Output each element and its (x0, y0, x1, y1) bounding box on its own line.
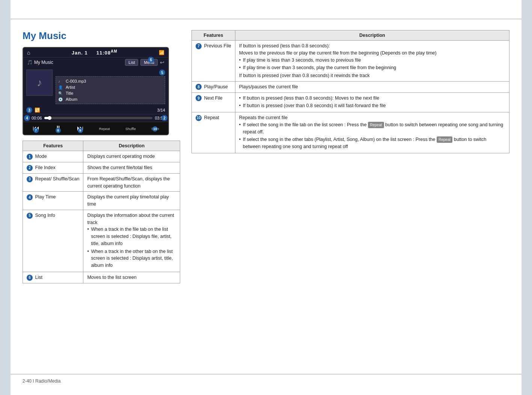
repeat-icon-small: 🔁 (35, 107, 40, 113)
screen-mode-label: 🎵 My Music (27, 60, 125, 65)
screen-progress: 4 00:06 03:52 2 (23, 114, 168, 122)
desc-cell: If button is pressed (less than 0.8 seco… (235, 92, 509, 112)
feature-cell: 9 Next File (192, 92, 235, 112)
table-row: 1 ModeDisplays current operating mode (23, 151, 180, 162)
list-item: If select the song in the file tab on th… (239, 121, 505, 136)
badge-2: 2 (161, 115, 167, 121)
desc-cell: Shows the current file/total files (83, 162, 180, 174)
desc-cell: Repeats the current fileIf select the so… (235, 112, 509, 153)
table-row: 6 ListMoves to the list screen (23, 272, 180, 283)
page-title: My Music (23, 30, 180, 42)
badge-5: 5 (159, 70, 165, 76)
screen-time-suffix: AM (111, 49, 118, 53)
left-bar (0, 0, 11, 395)
feature-badge: 5 (27, 213, 33, 219)
desc-cell: If button is pressed (less than 0.8 seco… (235, 41, 509, 82)
track-artist: Artist (66, 85, 75, 89)
feature-badge: 10 (196, 115, 202, 121)
badge-10: 10 (152, 126, 158, 132)
shuffle-button[interactable]: Shuffle (125, 126, 136, 131)
track-file-row: ♪ C-003.mp3 (58, 78, 163, 84)
list-item: When a track in the file tab on the list… (87, 226, 176, 247)
left-table-col2: Description (83, 141, 180, 151)
track-info-box: ♪ C-003.mp3 👤 Artist 🔍 Title (56, 76, 165, 104)
feature-badge: 4 (27, 194, 33, 200)
feature-cell: 5 Song Info (23, 210, 83, 272)
screen-header-btns: List Menu ↩ (125, 59, 164, 66)
list-item: If play time is over than 3 seconds, pla… (239, 64, 505, 71)
feature-badge: 6 (27, 275, 33, 281)
artist-icon: 👤 (58, 85, 63, 89)
feature-cell: 1 Mode (23, 151, 83, 162)
feature-badge: 8 (196, 84, 202, 90)
list-button[interactable]: List (125, 59, 138, 66)
feature-cell: 2 File Index (23, 162, 83, 174)
right-table-col1: Features (192, 30, 235, 41)
list-item: If select the song in the other tabs (Pl… (239, 136, 505, 150)
progress-bar (44, 117, 153, 119)
table-row: 9 Next FileIf button is pressed (less th… (192, 92, 509, 112)
feature-cell: 4 Play Time (23, 192, 83, 210)
repeat-btn-inline: Repeat (368, 122, 384, 128)
feature-badge: 1 (27, 154, 33, 160)
track-info: 5 ♪ C-003.mp3 👤 Artist 🔍 (56, 70, 165, 104)
table-row: 2 File IndexShows the current file/total… (23, 162, 180, 174)
prev-button[interactable]: ⏮ 7 (33, 124, 39, 132)
table-row: 7 Previous FileIf button is pressed (les… (192, 41, 509, 82)
album-icon: 💿 (58, 97, 63, 101)
desc-cell: Displays the information about the curre… (83, 210, 180, 272)
home-icon: ⌂ (27, 50, 30, 56)
screen-time: 11:08 (96, 50, 111, 56)
table-row: 3 Repeat/ Shuffle/ScanFrom Repeat/Shuffl… (23, 173, 180, 192)
badge-8: 8 (56, 128, 61, 133)
album-art: ♪ (26, 70, 53, 96)
badge-9: 9 (78, 128, 83, 133)
screen-date: Jan. 1 (72, 50, 88, 56)
feature-badge: 7 (196, 43, 202, 49)
top-line (11, 19, 521, 19)
track-artist-row: 👤 Artist (58, 84, 163, 90)
badge-3: 3 (26, 107, 32, 113)
screen-top-bar: ⌂ Jan. 1 11:08AM 📶 (23, 48, 168, 57)
desc-cell: From Repeat/Shuffle/Scan, displays the c… (83, 173, 180, 192)
track-album-row: 💿 Album (58, 96, 163, 102)
table-row: 8 Play/PausePlays/pauses the current fil… (192, 81, 509, 92)
shuffle-label: Shuffle (125, 127, 136, 131)
feature-cell: 10 Repeat (192, 112, 235, 153)
repeat-btn-inline: Repeat (437, 136, 452, 143)
next-button[interactable]: ⏭ 9 (77, 124, 84, 132)
back-icon[interactable]: ↩ (160, 59, 164, 65)
repeat-label: Repeat (99, 127, 110, 131)
play-pause-button[interactable]: ⏸ 8 (55, 124, 62, 132)
repeat-ctrl-button[interactable]: Repeat (99, 126, 110, 131)
table-row: 10 RepeatRepeats the current fileIf sele… (192, 112, 509, 153)
right-bar (521, 0, 532, 395)
track-title: Title (66, 91, 73, 95)
screen-body: ♪ 5 ♪ C-003.mp3 👤 Artist (23, 67, 168, 106)
scan-button[interactable]: Scan 10 (151, 126, 159, 131)
list-item: When a track in the other tab on the lis… (87, 248, 176, 269)
left-column: My Music ⌂ Jan. 1 11:08AM 📶 🎵 (23, 30, 180, 283)
list-item: If button is pressed (over than 0.8 seco… (239, 102, 505, 109)
feature-cell: 7 Previous File (192, 41, 235, 82)
right-features-table: Features Description 7 Previous FileIf b… (191, 30, 509, 153)
left-table-col1: Features (23, 141, 83, 151)
feature-cell: 8 Play/Pause (192, 81, 235, 92)
table-row: 4 Play TimeDisplays the current play tim… (23, 192, 180, 210)
page-footer: 2-40 I Radio/Media (23, 378, 60, 384)
wifi-icon: 📶 (159, 50, 164, 55)
table-row: 5 Song InfoDisplays the information abou… (23, 210, 180, 272)
left-features-table: Features Description 1 ModeDisplays curr… (23, 141, 180, 283)
badge-4: 4 (24, 115, 30, 121)
feature-badge: 3 (27, 176, 33, 182)
list-item: If play time is less than 3 seconds, mov… (239, 57, 505, 64)
desc-cell: Moves to the list screen (83, 272, 180, 283)
track-album: Album (66, 97, 77, 101)
desc-cell: Displays current operating mode (83, 151, 180, 162)
desc-cell: Displays the current play time/total pla… (83, 192, 180, 210)
screen-date-time: Jan. 1 11:08AM (72, 49, 118, 56)
bottom-line (11, 374, 521, 374)
time-current: 00:06 (32, 116, 42, 120)
music-note-icon: 🎵 (27, 60, 33, 65)
track-title-row: 🔍 Title (58, 90, 163, 96)
